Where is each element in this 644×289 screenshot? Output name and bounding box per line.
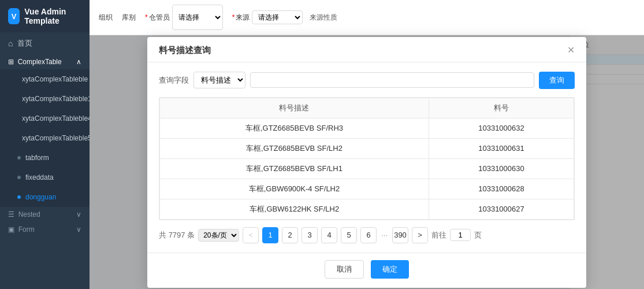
pagination: 共 7797 条 20条/页 < 1 2 3 4 5 6 bbox=[159, 227, 575, 243]
modal-overlay: 料号描述查询 ✕ 查询字段 料号描述 查询 bbox=[90, 35, 644, 289]
nested-label: ☰ Nested bbox=[8, 210, 40, 218]
complex-table-label: ⊞ ComplexTable bbox=[8, 58, 62, 66]
chevron-icon: ∧ bbox=[76, 58, 81, 66]
row-desc: 车框,GTZ6685BEVB SF/LH2 bbox=[160, 138, 429, 158]
org-group: 组织 bbox=[99, 13, 113, 23]
table-row[interactable]: 车框,GBW6900K-4 SF/LH210331000628 bbox=[160, 179, 574, 199]
page-btn-5[interactable]: 5 bbox=[341, 227, 357, 243]
confirm-button[interactable]: 确定 bbox=[371, 260, 409, 279]
sidebar-item-xyta1[interactable]: xytaComplexTableble1 bbox=[0, 89, 90, 109]
results-table-wrapper: 料号描述 料号 车框,GTZ6685BEVB SF/RH310331000632… bbox=[159, 97, 575, 220]
manager-select[interactable]: 请选择 bbox=[172, 5, 223, 30]
sidebar-home-label: 首页 bbox=[17, 38, 32, 49]
chevron-down-icon: ∨ bbox=[76, 210, 81, 218]
nested-icon: ☰ bbox=[8, 210, 14, 218]
manager-group: 仓管员 请选择 bbox=[145, 5, 223, 30]
sidebar-section-form[interactable]: ▣ Form ∨ bbox=[0, 222, 90, 237]
col-header-code: 料号 bbox=[429, 98, 574, 118]
modal-close-button[interactable]: ✕ bbox=[567, 46, 575, 55]
main-area: 组织 库别 仓管员 请选择 来源 请选择 来源性质 货位 bbox=[90, 0, 644, 289]
results-table: 料号描述 料号 车框,GTZ6685BEVB SF/RH310331000632… bbox=[159, 98, 574, 220]
prev-page-button[interactable]: < bbox=[243, 227, 259, 243]
page-btn-2[interactable]: 2 bbox=[282, 227, 298, 243]
search-field-label: 查询字段 bbox=[159, 75, 189, 86]
row-desc: 车框,GTZ6685BEVB SF/LH1 bbox=[160, 158, 429, 179]
form-icon: ▣ bbox=[8, 225, 14, 234]
col-header-desc: 料号描述 bbox=[160, 98, 429, 118]
search-field-select[interactable]: 料号描述 bbox=[193, 72, 245, 88]
goto-label: 前往 bbox=[431, 230, 446, 240]
modal-header: 料号描述查询 ✕ bbox=[147, 37, 586, 62]
source-select[interactable]: 请选择 bbox=[252, 10, 303, 24]
source-property-label: 来源性质 bbox=[310, 13, 337, 23]
row-desc: 车框,GBW6900K-4 SF/LH2 bbox=[160, 179, 429, 199]
main-bg: 货位 料号描述查询 ✕ 查询字段 料号描述 bbox=[90, 35, 644, 289]
sidebar-item-xyta5[interactable]: xytaComplexTableble5 bbox=[0, 128, 90, 148]
modal-body: 查询字段 料号描述 查询 料号描述 bbox=[147, 62, 586, 253]
warehouse-label: 库别 bbox=[122, 13, 136, 23]
logo-icon: V bbox=[8, 8, 20, 24]
table-row[interactable]: 车框,GBW6122HK SF/LH210331000627 bbox=[160, 199, 574, 219]
table-row[interactable]: 车框,GTZ6685BEVB SF/LH210331000631 bbox=[160, 138, 574, 158]
table-row[interactable]: 车框,GTZ6685BEVB SF/LH110331000630 bbox=[160, 158, 574, 179]
home-icon: ⌂ bbox=[8, 39, 13, 48]
modal-dialog: 料号描述查询 ✕ 查询字段 料号描述 查询 bbox=[147, 37, 586, 288]
sidebar-item-xyta4[interactable]: xytaComplexTableble4 bbox=[0, 109, 90, 128]
warehouse-group: 库别 bbox=[122, 13, 136, 23]
complex-table-icon: ⊞ bbox=[8, 58, 14, 66]
total-info: 共 7797 条 bbox=[159, 230, 195, 240]
modal-title: 料号描述查询 bbox=[159, 45, 211, 56]
row-code: 10331000631 bbox=[429, 138, 574, 158]
form-label: ▣ Form bbox=[8, 225, 35, 234]
search-input[interactable] bbox=[250, 72, 534, 88]
org-label: 组织 bbox=[99, 13, 113, 23]
sidebar-logo: V Vue Admin Template bbox=[0, 0, 90, 32]
dot-icon bbox=[17, 195, 21, 199]
page-btn-6[interactable]: 6 bbox=[360, 227, 377, 243]
search-bar: 查询字段 料号描述 查询 bbox=[159, 72, 575, 89]
page-unit-label: 页 bbox=[474, 230, 482, 240]
sidebar-item-fixeddata[interactable]: fixeddata bbox=[0, 168, 90, 187]
next-page-button[interactable]: > bbox=[412, 227, 428, 243]
sidebar: V Vue Admin Template ⌂ 首页 ⊞ ComplexTable… bbox=[0, 0, 90, 289]
sidebar-section-complex-table[interactable]: ⊞ ComplexTable ∧ bbox=[0, 54, 90, 69]
sidebar-item-tabform[interactable]: tabform bbox=[0, 148, 90, 168]
app-title: Vue Admin Template bbox=[24, 7, 81, 25]
source-group: 来源 请选择 来源性质 bbox=[232, 10, 338, 24]
main-header: 组织 库别 仓管员 请选择 来源 请选择 来源性质 bbox=[90, 0, 644, 35]
sidebar-section-nested[interactable]: ☰ Nested ∨ bbox=[0, 207, 90, 222]
page-ellipsis: ··· bbox=[380, 231, 389, 239]
sidebar-sub-complex-table: xytaComplexTableble xytaComplexTableble1… bbox=[0, 69, 90, 207]
manager-label: 仓管员 bbox=[145, 13, 170, 23]
sidebar-item-home[interactable]: ⌂ 首页 bbox=[0, 32, 90, 54]
page-btn-4[interactable]: 4 bbox=[321, 227, 337, 243]
goto-input[interactable] bbox=[450, 229, 471, 241]
page-btn-3[interactable]: 3 bbox=[301, 227, 318, 243]
page-size-select[interactable]: 20条/页 bbox=[198, 229, 239, 242]
row-desc: 车框,GTZ6685BEVB SF/RH3 bbox=[160, 118, 429, 138]
table-row[interactable]: 车框,GTZ6685BEVB SF/RH310331000632 bbox=[160, 118, 574, 138]
source-label: 来源 bbox=[232, 13, 250, 23]
search-query-button[interactable]: 查询 bbox=[539, 72, 575, 89]
row-code: 10331000627 bbox=[429, 199, 574, 219]
page-btn-1[interactable]: 1 bbox=[262, 227, 278, 243]
row-desc: 车框,GBW6122HK SF/LH2 bbox=[160, 199, 429, 219]
page-btn-last[interactable]: 390 bbox=[392, 227, 408, 243]
row-code: 10331000628 bbox=[429, 179, 574, 199]
dot-icon bbox=[17, 176, 21, 179]
row-code: 10331000630 bbox=[429, 158, 574, 179]
row-code: 10331000632 bbox=[429, 118, 574, 138]
modal-footer: 取消 确定 bbox=[147, 253, 586, 288]
sidebar-item-dongguan[interactable]: dongguan bbox=[0, 187, 90, 207]
chevron-down-icon2: ∨ bbox=[76, 225, 81, 234]
sidebar-item-xyta0[interactable]: xytaComplexTableble bbox=[0, 69, 90, 89]
dot-icon bbox=[17, 156, 21, 160]
table-scroll-area[interactable]: 料号描述 料号 车框,GTZ6685BEVB SF/RH310331000632… bbox=[159, 98, 574, 220]
cancel-button[interactable]: 取消 bbox=[325, 260, 364, 279]
